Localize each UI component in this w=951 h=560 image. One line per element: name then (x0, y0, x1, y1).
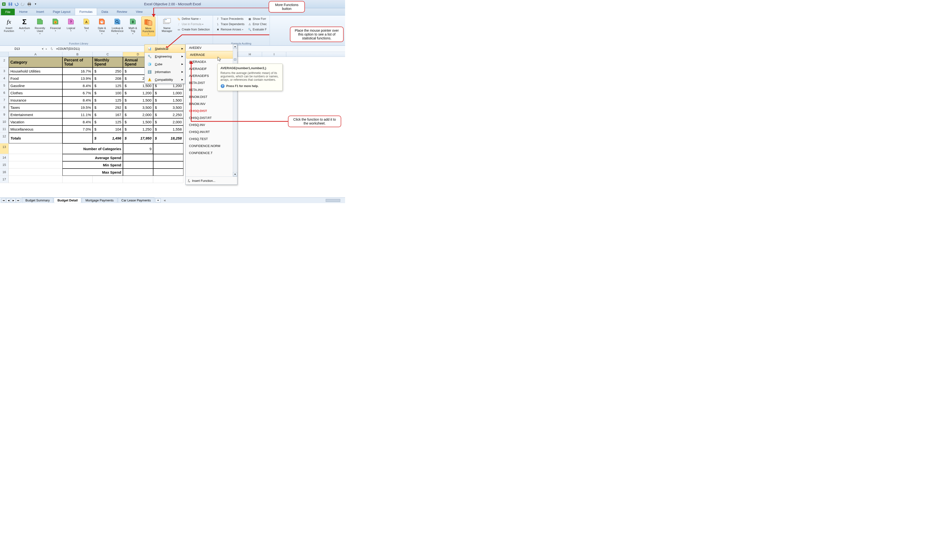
save-icon[interactable] (8, 2, 13, 7)
insert-function-button[interactable]: fx Insert Function (2, 17, 16, 33)
row-header[interactable]: 17 (0, 176, 9, 183)
cell-pct[interactable]: 6.7% (62, 89, 92, 97)
scroll-down-button[interactable]: ▼ (233, 172, 237, 177)
function-chisq-test[interactable]: CHISQ.TEST (186, 135, 237, 142)
col-header-A[interactable]: A (9, 52, 62, 57)
new-sheet-button[interactable]: ✦ (156, 198, 161, 203)
cell-ly[interactable]: $1,500 (153, 97, 183, 104)
cell-category[interactable]: Miscellaneous (9, 126, 62, 133)
sheet-nav-next[interactable]: ▶ (11, 198, 15, 203)
row-header[interactable]: 5 (0, 82, 9, 89)
tab-insert[interactable]: Insert (32, 8, 49, 15)
tab-formulas[interactable]: Formulas (75, 8, 97, 15)
header-category[interactable]: Category (9, 57, 62, 68)
header-monthly[interactable]: MonthlySpend (92, 57, 123, 68)
cell-pct[interactable]: 8.4% (62, 118, 92, 126)
undo-icon[interactable] (14, 2, 19, 7)
more-category-engineering[interactable]: 🔧Engineering▶ (145, 52, 185, 60)
sheet-tab-mortgage-payments[interactable]: Mortgage Payments (82, 198, 117, 203)
row-header[interactable]: 3 (0, 68, 9, 75)
lookup-reference-button[interactable]: Lookup & Reference▾ (110, 17, 124, 36)
cell-ly[interactable]: $3,500 (153, 104, 183, 111)
tab-review[interactable]: Review (113, 8, 132, 15)
cell-pct[interactable]: 8.4% (62, 97, 92, 104)
math-trig-button[interactable]: θ Math & Trig▾ (126, 17, 140, 36)
function-average[interactable]: AVERAGE (187, 51, 236, 58)
excel-icon[interactable]: X (2, 2, 7, 7)
select-all-corner[interactable] (0, 52, 9, 57)
function-confidence-t[interactable]: CONFIDENCE.T (186, 149, 237, 157)
recently-used-button[interactable]: Recently Used▾ (33, 17, 47, 36)
function-chisq-inv-rt[interactable]: CHISQ.INV.RT (186, 128, 237, 135)
sheet-nav-last[interactable]: ⏭ (16, 198, 20, 203)
fx-icon[interactable]: fx (49, 47, 55, 51)
cell-mon[interactable]: $250 (92, 68, 123, 75)
cell-ann[interactable]: $1,250 (123, 126, 153, 133)
row-header[interactable]: 2 (0, 57, 9, 68)
row-header[interactable]: 6 (0, 89, 9, 97)
row-header[interactable]: 16 (0, 169, 9, 176)
tab-page-layout[interactable]: Page Layout (48, 8, 75, 15)
cell-ann[interactable]: $2,000 (123, 111, 153, 118)
cell-category[interactable]: Food (9, 75, 62, 82)
cell-mon[interactable]: $100 (92, 89, 123, 97)
sheet-nav-first[interactable]: ⏮ (2, 198, 6, 203)
stat-value[interactable] (123, 169, 153, 176)
header-percent[interactable]: Percent ofTotal (62, 57, 92, 68)
col-header-I[interactable]: I (262, 52, 286, 57)
cell-category[interactable]: Entertainment (9, 111, 62, 118)
stat-value[interactable]: 9 (123, 143, 153, 154)
horiz-scroll-left[interactable]: ◀ (163, 199, 165, 202)
sheet-tab-budget-detail[interactable]: Budget Detail (54, 198, 81, 203)
horiz-scroll-thumb[interactable] (326, 199, 340, 202)
row-header[interactable]: 13 (0, 143, 9, 154)
cell-category[interactable]: Gasoline (9, 82, 62, 89)
cell-mon[interactable]: $125 (92, 97, 123, 104)
stat-value[interactable] (123, 161, 153, 169)
cell-ann[interactable]: $1,200 (123, 89, 153, 97)
autosum-button[interactable]: Σ AutoSum▾ (17, 17, 31, 33)
cell-category[interactable]: Vacation (9, 118, 62, 126)
date-time-button[interactable]: Date & Time▾ (95, 17, 109, 36)
cell-ly[interactable]: $1,558 (153, 126, 183, 133)
col-header-H[interactable]: H (238, 52, 262, 57)
cell-pct[interactable]: 13.9% (62, 75, 92, 82)
tab-file[interactable]: File (1, 9, 15, 15)
cell-mon[interactable]: $125 (92, 118, 123, 126)
financial-button[interactable]: $ Financial▾ (48, 17, 62, 33)
cell-mon[interactable]: $208 (92, 75, 123, 82)
cell-category[interactable]: Taxes (9, 104, 62, 111)
print-icon[interactable] (27, 2, 32, 7)
sheet-tab-car-lease-payments[interactable]: Car Lease Payments (118, 198, 154, 203)
cell-pct[interactable]: 8.4% (62, 82, 92, 89)
cell-ly[interactable]: $1,000 (153, 89, 183, 97)
more-category-cube[interactable]: 🧊Cube▶ (145, 60, 185, 68)
cell-mon[interactable]: $292 (92, 104, 123, 111)
col-header-B[interactable]: B (62, 52, 92, 57)
cell-ann[interactable]: $3,500 (123, 104, 153, 111)
cell-ly[interactable]: $2,000 (153, 118, 183, 126)
row-header[interactable]: 7 (0, 97, 9, 104)
stat-value[interactable] (123, 154, 153, 161)
cell-pct[interactable]: 19.5% (62, 104, 92, 111)
cell-category[interactable]: Clothes (9, 89, 62, 97)
totals-label[interactable]: Totals (9, 133, 62, 143)
cell-pct[interactable]: 7.0% (62, 126, 92, 133)
sheet-nav-prev[interactable]: ◀ (6, 198, 11, 203)
cell-mon[interactable]: $167 (92, 111, 123, 118)
sheet-tab-budget-summary[interactable]: Budget Summary (22, 198, 53, 203)
row-header[interactable]: 10 (0, 118, 9, 126)
tab-data[interactable]: Data (97, 8, 112, 15)
cell-category[interactable]: Insurance (9, 97, 62, 104)
row-header[interactable]: 8 (0, 104, 9, 111)
row-header[interactable]: 15 (0, 161, 9, 169)
col-header-C[interactable]: C (92, 52, 123, 57)
row-header[interactable]: 14 (0, 154, 9, 161)
qat-customize-icon[interactable]: ▾ (33, 2, 38, 7)
row-header[interactable]: 12 (0, 133, 9, 143)
redo-icon[interactable] (20, 2, 26, 7)
cell-pct[interactable]: 16.7% (62, 68, 92, 75)
tab-home[interactable]: Home (15, 8, 32, 15)
stat-label[interactable]: Number of Categories (62, 143, 123, 154)
cell-ann[interactable]: $1,500 (123, 118, 153, 126)
